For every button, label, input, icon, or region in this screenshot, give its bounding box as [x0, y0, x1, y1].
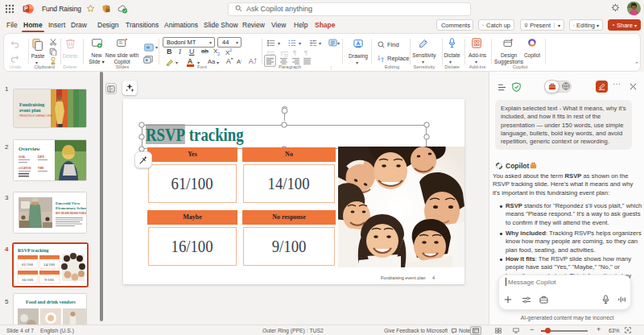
svg-text:WHY WE ARE RAISING FUNDS: WHY WE ARE RAISING FUNDS: [56, 212, 86, 215]
svg-text:Overview: Overview: [19, 146, 40, 151]
svg-text:Food and drink vendors: Food and drink vendors: [26, 300, 76, 304]
svg-text:16/100: 16/100: [22, 278, 33, 282]
svg-text:61/100: 61/100: [22, 263, 33, 267]
svg-text:Elementary School: Elementary School: [56, 206, 87, 210]
svg-text:Fundraising: Fundraising: [19, 102, 44, 107]
svg-text:14/100: 14/100: [43, 263, 55, 267]
svg-text:event plan: event plan: [19, 108, 41, 113]
svg-text:P: P: [24, 6, 28, 11]
svg-text:Emerald View: Emerald View: [56, 201, 80, 205]
svg-text:TIME: TIME: [38, 167, 43, 170]
svg-text:GOAL: GOAL: [19, 155, 26, 159]
svg-text:DATE: DATE: [38, 155, 44, 159]
svg-text:LOCATION: LOCATION: [19, 167, 31, 170]
svg-text:RSVP tracking: RSVP tracking: [18, 248, 49, 253]
svg-text:9/100: 9/100: [44, 278, 54, 282]
svg-text:PRESENTED BY EMERALD VIEW: PRESENTED BY EMERALD VIEW: [19, 114, 52, 118]
